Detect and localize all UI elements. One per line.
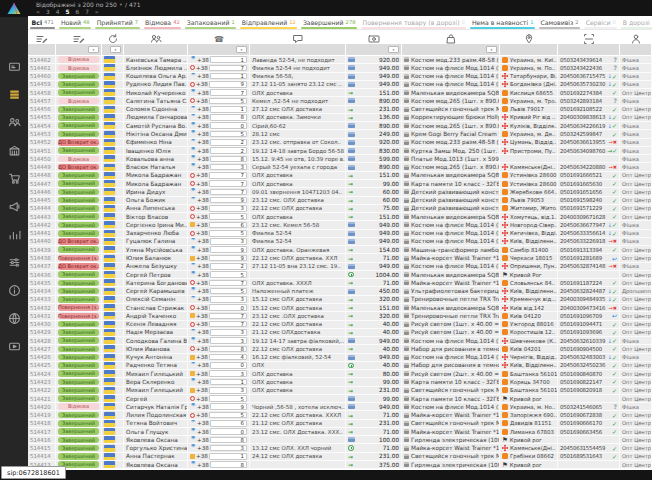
tab-11[interactable]: В дорозі додому0: [619, 16, 652, 29]
calls-count-box[interactable]: 8: [210, 114, 247, 121]
table-row[interactable]: 514426ЗавершенийКучук Антоніна+38416.12 …: [28, 354, 652, 362]
calls-count-box[interactable]: 8: [210, 437, 247, 444]
table-row[interactable]: 514435ЗавершенийКатерина Богданова+387ОЛ…: [28, 279, 652, 287]
tab-6[interactable]: Завершений278: [299, 16, 359, 29]
sidebar-item-orders[interactable]: [0, 81, 28, 109]
sidebar-item-web[interactable]: [0, 305, 28, 333]
table-row[interactable]: 514432Повернення (з...Станіслав Стрижак+…: [28, 304, 652, 312]
tab-1[interactable]: Новий48: [57, 16, 93, 29]
table-row[interactable]: 514442ЗавершенийСергієнко Ірина Ми..+386…: [28, 221, 652, 229]
calls-count-box[interactable]: 9: [209, 255, 247, 262]
calls-count-box[interactable]: 1: [210, 379, 247, 386]
table-row[interactable]: 514421ЗавершенийСергей+38599.00Карта пам…: [28, 395, 652, 403]
calls-count-box[interactable]: 3: [210, 164, 247, 171]
calls-count-box[interactable]: 7: [210, 189, 247, 196]
calls-count-box[interactable]: 5: [210, 271, 247, 278]
calls-count-box[interactable]: 0: [209, 304, 247, 311]
table-row[interactable]: 514428ЗавершенийСолодкова Галина В..*+38…: [28, 337, 652, 345]
calls-count-box[interactable]: 7: [209, 172, 247, 179]
tab-2[interactable]: Прийнятий7: [93, 16, 141, 29]
app-logo[interactable]: [0, 0, 28, 17]
calls-count-box[interactable]: 8: [209, 346, 247, 353]
table-row[interactable]: 514423ЗавершенийВера Скляренко*+381ОЛХ д…: [28, 378, 652, 386]
table-row[interactable]: 514455ЗавершенийЛюдмила Гончарова*+388ОЛ…: [28, 114, 652, 122]
table-row[interactable]: 514462Відмова!Каневська Тамара ..*+381Ла…: [28, 56, 652, 64]
sidebar-item-purchases[interactable]: [0, 165, 28, 193]
column-product[interactable]: [402, 30, 500, 49]
calls-count-box[interactable]: 9: [209, 81, 247, 88]
tab-3[interactable]: Відмова42: [142, 16, 184, 29]
tab-9[interactable]: Самовивіз2: [537, 16, 582, 29]
column-manager[interactable]: [620, 30, 652, 49]
table-row[interactable]: 514438Повернення (з...Юлия Баланюк+38922…: [28, 254, 652, 262]
table-row[interactable]: 514425ЗавершенийРадченко Тетяна*+380ОЛХ4…: [28, 362, 652, 370]
table-row[interactable]: 514454ЗавершенийСамотій Руслана Во..*+38…: [28, 122, 652, 130]
calls-count-box[interactable]: 4: [209, 354, 247, 361]
calls-count-box[interactable]: 8: [210, 156, 247, 163]
calls-count-box[interactable]: 1: [210, 56, 247, 63]
calls-count-box[interactable]: 7: [210, 89, 247, 96]
calls-count-box[interactable]: 9: [210, 197, 247, 204]
table-row[interactable]: 514441ЗавершенийЗахарченко Люба+385Фиалк…: [28, 230, 652, 238]
table-row[interactable]: 514445ЗавершенийОльга Божик*+38923.12 см…: [28, 197, 652, 205]
table-row[interactable]: 514416ЗавершенийЯковлева Оксана*+388100.…: [28, 436, 652, 444]
table-row[interactable]: 514414ЗавершенийАнна Пастернак+38124.12 …: [28, 453, 652, 461]
table-row[interactable]: 514450Відмова!Ковальова анна*+38815.12. …: [28, 155, 652, 163]
calls-count-box[interactable]: 7: [209, 180, 247, 187]
calls-count-box[interactable]: 3: [209, 370, 247, 377]
column-order-id[interactable]: [28, 30, 56, 49]
page-button-7[interactable]: 7: [85, 9, 89, 15]
sidebar-item-settings[interactable]: [0, 249, 28, 277]
tab-0[interactable]: Всі471: [28, 16, 57, 29]
calls-count-box[interactable]: 5: [209, 230, 247, 237]
column-payment[interactable]: [346, 30, 402, 49]
table-row[interactable]: 514430ЗавершенийКсенія Левадняя+38722.12…: [28, 321, 652, 329]
calls-count-box[interactable]: 7: [209, 321, 247, 328]
calls-count-box[interactable]: 7: [209, 280, 247, 287]
calls-count-box[interactable]: 3: [209, 205, 247, 212]
calls-count-box[interactable]: 6: [210, 420, 247, 427]
tab-10[interactable]: Сервіси0: [582, 16, 619, 29]
table-row[interactable]: 514418ЗавершенийТетяна Войтович*+38621.1…: [28, 420, 652, 428]
table-row[interactable]: 514451ЗавершенийІващенко Юлія*+38219.12 …: [28, 147, 652, 155]
calls-count-box[interactable]: 0: [210, 428, 247, 435]
table-row[interactable]: 514429ЗавершенийНадія Мерзаєва*+38321.12…: [28, 329, 652, 337]
calls-count-box[interactable]: 3: [210, 296, 247, 303]
calls-count-box[interactable]: 0: [210, 362, 247, 369]
table-row[interactable]: 514427ЗавершенийЮлия Иванова+38822.12 см…: [28, 345, 652, 353]
sidebar-item-dashboard[interactable]: [0, 53, 28, 81]
table-row[interactable]: 514424ЗавершенийМихаил Гилецький+383ОЛХ …: [28, 370, 652, 378]
tab-5[interactable]: Відправлений12: [238, 16, 299, 29]
table-row[interactable]: 514459ЗавершенийРуденко Лидия Пав..+3892…: [28, 81, 652, 89]
calls-count-box[interactable]: 9: [210, 403, 247, 410]
tab-7[interactable]: Повернення товару (в дорозі)0: [359, 16, 468, 29]
table-row[interactable]: 514436ЗавершенийСергей Петров*+3851004.0…: [28, 271, 652, 279]
calls-count-box[interactable]: 5: [209, 412, 247, 419]
table-row[interactable]: 514431Повернення (з...Андрій Ткаченко+38…: [28, 312, 652, 320]
table-row[interactable]: 514440ДО Возврат ок...Гуцалюк Галина*+38…: [28, 238, 652, 246]
tab-4[interactable]: Запакований1: [183, 16, 238, 29]
page-button-4[interactable]: 4: [56, 9, 60, 15]
calls-count-box[interactable]: 2: [210, 139, 247, 146]
calls-count-box[interactable]: 1: [210, 73, 247, 80]
table-row[interactable]: 514453ЗавершенийНікітіна Оксана Дми..*+3…: [28, 130, 652, 138]
column-phone[interactable]: ☎: [188, 30, 250, 49]
column-customer[interactable]: [124, 30, 188, 49]
calls-count-box[interactable]: 3: [210, 329, 247, 336]
calls-count-box[interactable]: 5: [209, 395, 247, 402]
column-tracking[interactable]: [558, 30, 620, 49]
table-row[interactable]: 514420ВідмоваСитарчук Наталія Гр..*+389Ч…: [28, 403, 652, 411]
calls-count-box[interactable]: 7: [209, 65, 247, 72]
column-comment[interactable]: [250, 30, 346, 49]
calls-count-box[interactable]: 9: [210, 246, 247, 253]
table-row[interactable]: 514419ЗавершенийЛилия Подолинская+38522.…: [28, 411, 652, 419]
column-address[interactable]: [500, 30, 558, 49]
column-status[interactable]: [56, 30, 102, 49]
calls-count-box[interactable]: 3: [209, 387, 247, 394]
calls-count-box[interactable]: 1: [210, 106, 247, 113]
table-row[interactable]: 514446ЗавершенийИрина Дидух*+38709.01 зв…: [28, 188, 652, 196]
table-row[interactable]: 514447ЗавершенийМикола Бадражан+387ОЛХ д…: [28, 180, 652, 188]
page-button-5[interactable]: 5: [65, 9, 69, 15]
sidebar-item-company[interactable]: [0, 137, 28, 165]
sip-status[interactable]: sip:0672818601: [1, 466, 66, 479]
